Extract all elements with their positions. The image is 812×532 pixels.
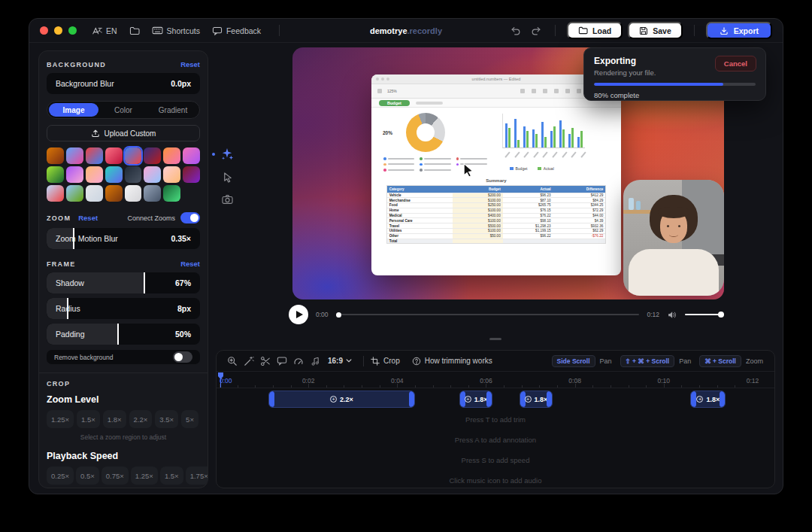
playback-speed-option[interactable]: 1.5×: [160, 467, 183, 485]
background-thumbnail[interactable]: [144, 185, 161, 202]
background-thumbnail[interactable]: [163, 185, 180, 202]
add-zoom-button[interactable]: [224, 354, 241, 369]
region-handle-right[interactable]: [486, 391, 492, 407]
zoom-level-option[interactable]: 3.5×: [155, 410, 178, 428]
playback-speed-option[interactable]: 1.75×: [186, 467, 208, 485]
music-button[interactable]: [307, 354, 323, 369]
seek-bar[interactable]: [336, 312, 640, 318]
background-thumbnail[interactable]: [66, 185, 83, 202]
playback-speed-option[interactable]: 0.5×: [76, 467, 99, 485]
zoom-region-track[interactable]: 2.2×1.8×1.8×1.8×: [217, 390, 774, 409]
padding-slider[interactable]: Padding 50%: [47, 324, 200, 345]
zoom-level-option[interactable]: 5×: [181, 410, 198, 428]
volume-slider[interactable]: [685, 314, 724, 315]
radius-slider[interactable]: Radius 8px: [47, 298, 200, 319]
speed-button[interactable]: [290, 354, 307, 369]
shortcuts-button[interactable]: Shortcuts: [152, 26, 200, 35]
region-handle-left[interactable]: [269, 391, 274, 407]
background-thumbnail[interactable]: [125, 166, 142, 183]
zoom-motion-blur-slider[interactable]: Zoom Motion Blur 0.35×: [47, 228, 200, 249]
bar-axis-tick: [580, 152, 586, 158]
speaker-icon[interactable]: [667, 310, 677, 320]
zoom-level-option[interactable]: 2.2×: [129, 410, 153, 428]
save-button[interactable]: Save: [628, 22, 683, 39]
region-handle-right[interactable]: [547, 391, 552, 407]
minimize-window-button[interactable]: [54, 26, 62, 35]
cancel-export-button[interactable]: Cancel: [715, 56, 756, 71]
panel-resize-handle[interactable]: [489, 338, 501, 340]
seek-track[interactable]: [341, 314, 640, 315]
seek-handle[interactable]: [336, 312, 341, 318]
aspect-ratio-dropdown[interactable]: 16:9: [328, 357, 352, 365]
background-thumbnail[interactable]: [86, 166, 103, 183]
region-handle-right[interactable]: [720, 391, 725, 407]
zoom-level-option[interactable]: 1.5×: [77, 410, 100, 428]
background-thumbnail[interactable]: [125, 185, 142, 202]
background-thumbnail[interactable]: [47, 147, 64, 164]
zoom-region[interactable]: 1.8×: [520, 391, 553, 408]
background-tab-image[interactable]: Image: [49, 103, 98, 117]
camera-tool-button[interactable]: [219, 190, 235, 208]
sheet-table-cell: $500.00: [453, 223, 503, 228]
maximize-window-button[interactable]: [68, 26, 77, 35]
timeline-ruler[interactable]: 0:000:020:040:060:080:100:12: [217, 372, 774, 388]
effects-tool-button[interactable]: [219, 145, 235, 163]
language-selector[interactable]: EN: [92, 26, 117, 35]
background-thumbnail[interactable]: [163, 166, 180, 183]
background-thumbnail[interactable]: [105, 166, 123, 183]
volume-handle[interactable]: [718, 312, 724, 318]
export-button[interactable]: Export: [706, 22, 772, 39]
frame-reset-link[interactable]: Reset: [180, 260, 200, 268]
project-folder-button[interactable]: [129, 26, 140, 35]
webcam-overlay[interactable]: [623, 180, 724, 296]
background-thumbnail[interactable]: [105, 185, 123, 202]
redo-button[interactable]: [529, 23, 544, 38]
background-tab-gradient[interactable]: Gradient: [148, 103, 198, 117]
zoom-region[interactable]: 2.2×: [268, 391, 415, 408]
background-thumbnail[interactable]: [66, 147, 83, 164]
close-window-button[interactable]: [40, 26, 48, 35]
play-button[interactable]: [289, 305, 308, 324]
cursor-tool-button[interactable]: [219, 168, 235, 186]
background-blur-slider[interactable]: Background Blur 0.0px: [47, 73, 200, 94]
slider-handle[interactable]: [117, 324, 119, 345]
zoom-region[interactable]: 1.8×: [459, 391, 492, 408]
shadow-slider[interactable]: Shadow 67%: [47, 272, 200, 293]
background-thumbnail[interactable]: [144, 166, 161, 183]
slider-handle[interactable]: [144, 272, 145, 293]
playback-speed-option[interactable]: 1.25×: [131, 467, 158, 485]
region-handle-left[interactable]: [691, 391, 696, 407]
background-thumbnail[interactable]: [144, 147, 161, 164]
how-trimming-works-link[interactable]: How trimming works: [412, 357, 492, 366]
background-thumbnail[interactable]: [47, 185, 64, 202]
zoom-level-option[interactable]: 1.8×: [103, 410, 126, 428]
playback-speed-option[interactable]: 0.25×: [47, 467, 74, 485]
upload-custom-button[interactable]: Upload Custom: [47, 125, 200, 141]
connect-zooms-toggle[interactable]: [180, 212, 200, 223]
cut-button[interactable]: [257, 354, 274, 369]
zoom-level-option[interactable]: 1.25×: [47, 410, 74, 428]
background-thumbnail[interactable]: [66, 166, 83, 183]
background-thumbnail[interactable]: [183, 166, 200, 183]
background-thumbnail[interactable]: [86, 147, 103, 164]
load-button[interactable]: Load: [567, 22, 623, 39]
background-thumbnail[interactable]: [125, 147, 142, 164]
undo-button[interactable]: [508, 23, 523, 38]
playback-speed-option[interactable]: 0.75×: [102, 467, 129, 485]
background-thumbnail[interactable]: [105, 147, 123, 164]
magic-wand-button[interactable]: [241, 354, 257, 369]
background-thumbnail[interactable]: [163, 147, 180, 164]
annotation-button[interactable]: [274, 354, 290, 369]
toolbar-divider: [363, 356, 364, 366]
background-thumbnail[interactable]: [183, 147, 200, 164]
remove-background-toggle[interactable]: [173, 351, 192, 363]
background-thumbnail[interactable]: [47, 166, 64, 183]
background-reset-link[interactable]: Reset: [180, 60, 200, 68]
zoom-reset-link[interactable]: Reset: [78, 214, 98, 222]
zoom-region[interactable]: 1.8×: [690, 391, 726, 408]
background-tab-color[interactable]: Color: [98, 103, 148, 117]
background-thumbnail[interactable]: [86, 185, 103, 202]
crop-button[interactable]: Crop: [371, 357, 400, 366]
feedback-button[interactable]: Feedback: [212, 26, 261, 35]
region-handle-right[interactable]: [409, 391, 414, 407]
